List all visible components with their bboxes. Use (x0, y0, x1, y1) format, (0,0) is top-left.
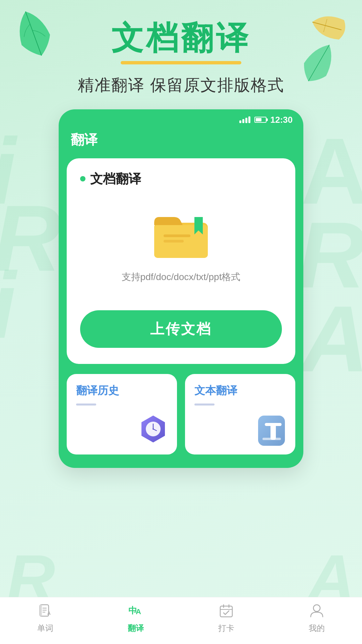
svg-rect-11 (270, 423, 276, 440)
nav-item-profile[interactable]: 我的 (307, 601, 326, 634)
svg-rect-22 (220, 606, 232, 617)
text-card-title: 文本翻译 (194, 383, 286, 398)
svg-text:A: A (136, 607, 141, 616)
upload-button[interactable]: 上传文档 (80, 310, 282, 348)
svg-rect-12 (262, 438, 281, 440)
hero-title: 文档翻译 (111, 20, 251, 56)
nav-label-checkin: 打卡 (218, 623, 234, 634)
nav-label-vocab: 单词 (37, 623, 53, 634)
history-card-line (76, 404, 96, 406)
battery-icon (254, 117, 266, 123)
folder-icon (151, 208, 211, 261)
status-bar: 12:30 (59, 109, 303, 128)
nav-label-translate: 翻译 (128, 623, 144, 634)
supported-formats: 支持pdf/doc/docx/txt/ppt格式 (122, 271, 241, 283)
bottom-cards: 翻译历史 (67, 374, 295, 454)
phone-mockup: 12:30 翻译 文档翻译 (59, 109, 303, 468)
nav-label-profile: 我的 (309, 623, 325, 634)
app-title-bar: 翻译 (59, 128, 303, 158)
document-translate-card: 文档翻译 (67, 158, 295, 364)
history-icon (135, 412, 172, 449)
svg-point-26 (313, 605, 320, 611)
main-content: 文档翻译 精准翻译 保留原文排版格式 12:30 翻译 (0, 0, 362, 468)
hero-subtitle: 精准翻译 保留原文排版格式 (78, 74, 284, 96)
signal-icon (239, 116, 250, 123)
svg-rect-2 (164, 234, 190, 237)
green-dot (80, 176, 85, 181)
history-card-title: 翻译历史 (76, 383, 168, 398)
nav-item-checkin[interactable]: 打卡 (217, 601, 236, 634)
svg-rect-14 (40, 605, 42, 616)
bottom-nav: A 单词 中 A 翻译 (0, 597, 362, 644)
folder-area: 支持pdf/doc/docx/txt/ppt格式 (80, 201, 282, 297)
app-title: 翻译 (71, 132, 98, 147)
doc-translate-text: 文档翻译 (90, 170, 141, 187)
profile-icon (307, 601, 326, 620)
vocab-icon: A (36, 601, 55, 620)
history-card[interactable]: 翻译历史 (67, 374, 177, 454)
text-card-line (194, 404, 215, 406)
nav-item-vocab[interactable]: A 单词 (36, 601, 55, 634)
hero-title-underline (121, 61, 241, 64)
text-translate-icon (256, 412, 290, 449)
text-translate-card[interactable]: 文本翻译 (185, 374, 295, 454)
svg-text:A: A (47, 610, 51, 616)
svg-rect-3 (164, 240, 184, 243)
doc-translate-label: 文档翻译 (80, 170, 282, 187)
nav-item-translate[interactable]: 中 A 翻译 (126, 601, 145, 634)
translate-icon: 中 A (126, 601, 145, 620)
status-time: 12:30 (270, 115, 293, 125)
checkin-icon (217, 601, 236, 620)
